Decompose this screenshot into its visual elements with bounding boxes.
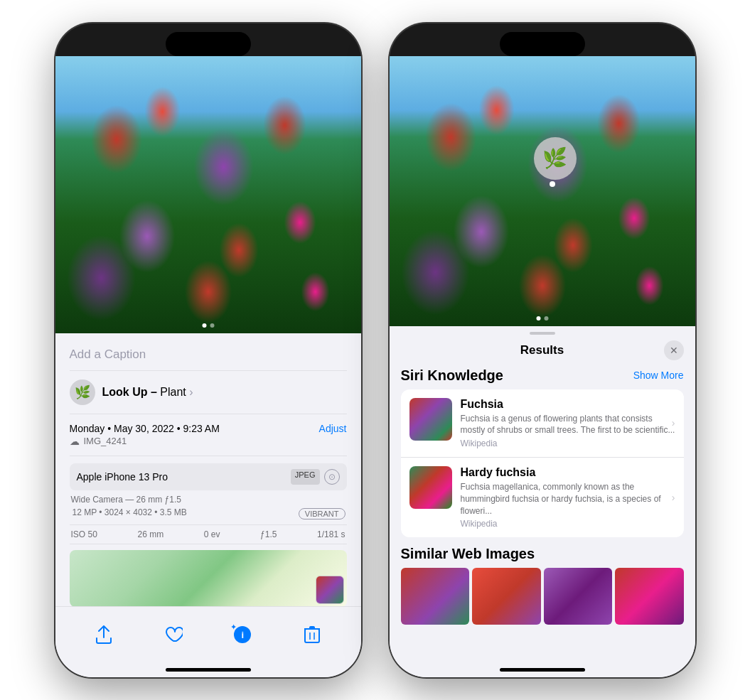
cloud-icon: ☁ [70,436,80,447]
badge-row: JPEG ⊙ [291,469,340,485]
adjust-button[interactable]: Adjust [319,423,347,434]
home-bar-right [500,668,585,672]
exif-aperture: ƒ1.5 [260,529,277,539]
lookup-dot [550,181,555,187]
hardy-thumb [409,466,452,509]
similar-section: Similar Web Images [401,546,684,625]
knowledge-item-fuchsia[interactable]: Fuchsia Fuchsia is a genus of flowering … [401,389,684,458]
hardy-desc: Fuchsia magellanica, commonly known as t… [461,481,675,517]
map-thumbnail [316,576,344,604]
show-more-button[interactable]: Show More [633,370,684,381]
hardy-chevron: › [672,492,675,503]
right-screen: 🌿 Results ✕ Siri Knowledge Show Mor [390,56,695,677]
info-panel: Add a Caption 🌿 Look Up – Plant › Monday… [55,333,361,606]
device-row: Apple iPhone 13 Pro JPEG ⊙ [70,463,347,490]
filename-row: ☁ IMG_4241 [70,436,347,447]
right-photo[interactable]: 🌿 [390,56,695,326]
similar-title: Similar Web Images [401,546,684,562]
fuchsia-thumb [409,398,452,441]
photo-dots [202,323,214,328]
hardy-source: Wikipedia [461,519,675,529]
share-button[interactable] [88,619,119,650]
dynamic-island-right [500,32,585,56]
similar-img-4[interactable] [615,568,684,625]
home-indicator-right [390,663,695,677]
results-header: Results ✕ [390,338,695,367]
home-bar [166,668,251,672]
home-indicator-left [55,663,361,677]
flower-photo-left [55,56,361,333]
format-badge: JPEG [291,469,320,485]
fuchsia-name: Fuchsia [461,398,675,411]
caption-placeholder[interactable]: Add a Caption [70,348,146,361]
similar-images-row [401,568,684,625]
right-dot-1 [536,316,540,321]
results-title: Results [421,343,664,357]
fuchsia-thumb-img [409,398,452,441]
fuchsia-info: Fuchsia Fuchsia is a genus of flowering … [461,398,675,449]
camera-spec2: 12 MP • 3024 × 4032 • 3.5 MB [71,507,188,517]
device-section: Apple iPhone 13 Pro JPEG ⊙ Wide Camera —… [70,456,347,544]
visual-lookup-overlay: 🌿 [534,137,577,180]
fuchsia-source: Wikipedia [461,438,675,448]
exif-row: ISO 50 26 mm 0 ev ƒ1.5 1/181 s [70,524,347,539]
dot-1 [202,323,206,328]
right-dot-2 [544,316,548,321]
map-preview[interactable] [70,550,347,606]
flower-photo-right [390,56,695,326]
favorite-button[interactable] [158,619,189,650]
hardy-info: Hardy fuchsia Fuchsia magellanica, commo… [461,466,675,529]
results-handle [390,326,695,338]
results-panel: Results ✕ Siri Knowledge Show More [390,326,695,663]
date-row: Monday • May 30, 2022 • 9:23 AM Adjust [70,423,347,434]
lookup-row[interactable]: 🌿 Look Up – Plant › [70,371,347,414]
left-screen: Add a Caption 🌿 Look Up – Plant › Monday… [55,56,361,677]
similar-img-2[interactable] [472,568,541,625]
similar-img-1[interactable] [401,568,470,625]
camera-spec1: Wide Camera — 26 mm ƒ1.5 [70,495,347,505]
hardy-thumb-img [409,466,452,509]
device-name: Apple iPhone 13 Pro [77,471,168,483]
exif-shutter: 1/181 s [317,529,345,539]
exif-ev: 0 ev [204,529,220,539]
knowledge-item-hardy[interactable]: Hardy fuchsia Fuchsia magellanica, commo… [401,458,684,537]
map-thumb-photo [316,576,343,603]
hardy-name: Hardy fuchsia [461,466,675,479]
lookup-plant-icon: 🌿 [70,379,95,405]
filename: IMG_4241 [84,436,127,446]
left-photo[interactable] [55,56,361,333]
dot-2 [210,323,214,328]
delete-button[interactable] [296,619,328,650]
date-section: Monday • May 30, 2022 • 9:23 AM Adjust ☁… [70,414,347,456]
exif-iso: ISO 50 [71,529,97,539]
dynamic-island-left [166,32,251,56]
handle-bar [530,332,555,335]
right-photo-dots [536,316,548,321]
info-badge: ✦ i [234,626,251,643]
right-phone: 🌿 Results ✕ Siri Knowledge Show Mor [390,23,695,677]
fuchsia-chevron: › [672,417,675,429]
vibrant-badge: VIBRANT [299,508,345,519]
info-button[interactable]: ✦ i [227,619,258,650]
siri-knowledge-header: Siri Knowledge Show More [401,367,684,384]
results-close-button[interactable]: ✕ [664,340,684,360]
knowledge-card: Fuchsia Fuchsia is a genus of flowering … [401,389,684,538]
siri-knowledge-title: Siri Knowledge [401,367,503,384]
similar-img-3[interactable] [544,568,613,625]
left-phone: Add a Caption 🌿 Look Up – Plant › Monday… [55,23,361,677]
date-text: Monday • May 30, 2022 • 9:23 AM [70,423,220,434]
lookup-text: Look Up – Plant › [102,386,193,399]
results-content: Siri Knowledge Show More Fuchsia Fuchsia… [390,367,695,663]
svg-rect-0 [305,629,319,642]
specs-row: 12 MP • 3024 × 4032 • 3.5 MB VIBRANT [70,507,347,520]
bottom-toolbar: ✦ i [55,606,361,663]
fuchsia-desc: Fuchsia is a genus of flowering plants t… [461,413,675,437]
exif-focal: 26 mm [137,529,164,539]
location-badge: ⊙ [324,469,340,485]
info-circle: i [234,626,251,643]
caption-area[interactable]: Add a Caption [70,342,347,371]
